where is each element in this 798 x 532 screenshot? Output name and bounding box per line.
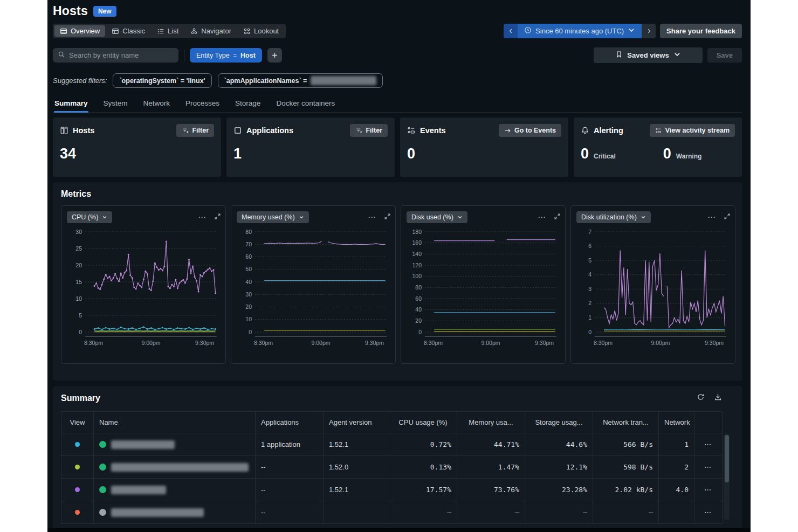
metric-selector-dropdown[interactable]: Disk used (%) [407,211,467,223]
svg-text:180: 180 [412,229,422,235]
metric-selector-dropdown[interactable]: CPU (%) [67,211,112,223]
search-input[interactable] [69,51,174,59]
column-header-view[interactable]: View [61,412,94,433]
row-actions-menu[interactable]: ⋯ [694,433,723,456]
chart-menu-icon[interactable]: ⋯ [538,215,546,219]
view-dot[interactable] [75,465,80,469]
card-title: Alerting [594,126,645,135]
network-cell: 2 [659,456,694,479]
bottom-edge [47,528,751,532]
row-actions-menu[interactable]: ⋯ [694,501,723,524]
chart-menu-icon[interactable]: ⋯ [368,215,376,219]
view-label: Lookout [254,27,279,35]
column-header-network[interactable]: Network [659,412,694,433]
column-header-cpu-usage[interactable]: CPU usage (%) [389,412,457,433]
view-cell[interactable] [61,501,94,524]
table-row: --1.52.117.57%73.76%23.28%2.02 kB/s4.0⋯ [61,479,723,501]
chart-menu-icon[interactable]: ⋯ [198,215,207,219]
metric-selector-dropdown[interactable]: Disk utilization (%) [576,211,651,223]
warning-label: Warning [676,153,702,160]
view-cell[interactable] [61,433,94,456]
scrollbar-thumb[interactable] [725,435,729,482]
applications-cell[interactable]: 1 application [256,433,324,456]
filter-button[interactable]: Filter [350,124,388,137]
caret-down-icon [641,215,646,220]
filter-plus-icon [182,127,189,134]
save-button[interactable]: Save [707,48,742,63]
column-header-name[interactable]: Name [94,412,256,433]
view-label: List [168,27,178,35]
cpu-usage-cell: 0.13% [389,456,457,479]
tab-system[interactable]: System [103,96,128,112]
chart-expand-icon[interactable] [724,212,731,222]
host-status-dot [99,486,106,493]
table-scrollbar[interactable] [724,434,730,520]
svg-text:9:00pm: 9:00pm [651,340,670,346]
card-value: 0 [407,146,561,162]
name-cell[interactable] [94,433,256,456]
svg-text:140: 140 [412,251,422,257]
tab-processes[interactable]: Processes [185,96,220,112]
view-cell[interactable] [61,479,94,501]
column-header-agent-version[interactable]: Agent version [324,412,389,433]
svg-text:5: 5 [79,312,82,319]
time-back-button[interactable] [504,24,518,38]
name-cell[interactable] [94,456,256,479]
refresh-icon[interactable] [697,393,705,403]
column-header-applications[interactable]: Applications [256,412,324,433]
view-switcher-list[interactable]: List [152,25,184,37]
agent-version-cell: 1.52.1 [324,433,389,456]
filter-button[interactable]: Filter [176,124,214,137]
chart-expand-icon[interactable] [554,212,561,222]
row-actions-menu[interactable]: ⋯ [694,479,723,501]
column-header-network-tran[interactable]: Network tran... [593,412,659,433]
chart-expand-icon[interactable] [214,212,221,222]
download-icon[interactable] [714,393,722,403]
tab-docker-containers[interactable]: Docker containers [276,96,335,112]
add-filter-button[interactable] [267,48,282,63]
tab-summary[interactable]: Summary [54,96,88,112]
cpu-usage-cell: 0.72% [389,433,457,456]
suggested-filter-chip[interactable]: `apmApplicationNames` = [218,73,383,88]
view-switcher-navigator[interactable]: Navigator [185,25,237,37]
view-switcher-classic[interactable]: Classic [106,25,150,37]
suggested-filters: Suggested filters: `operatingSystem` = '… [53,73,742,88]
svg-text:50: 50 [245,266,252,272]
column-header-memory-usa[interactable]: Memory usa... [457,412,525,433]
applications-cell: -- [256,501,324,524]
time-forward-button[interactable] [642,24,656,38]
svg-text:0: 0 [249,329,252,335]
row-actions-menu[interactable]: ⋯ [694,456,723,479]
host-status-dot [99,464,106,471]
go-to-events-button[interactable]: Go to Events [499,124,561,137]
column-header-storage-usag[interactable]: Storage usag... [525,412,593,433]
view-cell[interactable] [61,456,94,479]
view-dot[interactable] [75,487,80,492]
saved-views-button[interactable]: Saved views [594,47,702,63]
share-feedback-button[interactable]: Share your feedback [660,24,742,38]
tab-storage[interactable]: Storage [235,96,261,112]
svg-text:10: 10 [245,316,252,322]
chart-expand-icon[interactable] [384,212,391,222]
caret-down-icon [299,215,304,220]
view-dot[interactable] [75,442,80,447]
name-cell[interactable] [94,479,256,501]
name-cell[interactable] [94,501,256,524]
entity-type-filter-chip[interactable]: Entity Type = Host [190,48,262,63]
storage-usage-cell: 44.6% [525,433,593,456]
svg-text:60: 60 [245,253,252,260]
suggested-filter-chip[interactable]: `operatingSystem` = 'linux' [113,73,211,88]
divider [184,50,184,61]
view-switcher-lookout[interactable]: Lookout [238,25,284,37]
view-switcher-overview[interactable]: Overview [54,25,105,37]
time-picker-button[interactable]: Since 60 minutes ago (UTC) [518,24,642,38]
view-dot[interactable] [75,510,80,515]
svg-text:10: 10 [75,295,82,302]
metric-selector-dropdown[interactable]: Memory used (%) [237,211,309,223]
filter-plus-icon [355,127,362,134]
view-activity-stream-button[interactable]: View activity stream [650,124,735,137]
agent-version-cell: 1.52.1 [324,479,389,501]
chart-menu-icon[interactable]: ⋯ [707,215,716,219]
stat-card-alerting: AlertingView activity stream0Critical0Wa… [574,118,742,177]
tab-network[interactable]: Network [143,96,171,112]
